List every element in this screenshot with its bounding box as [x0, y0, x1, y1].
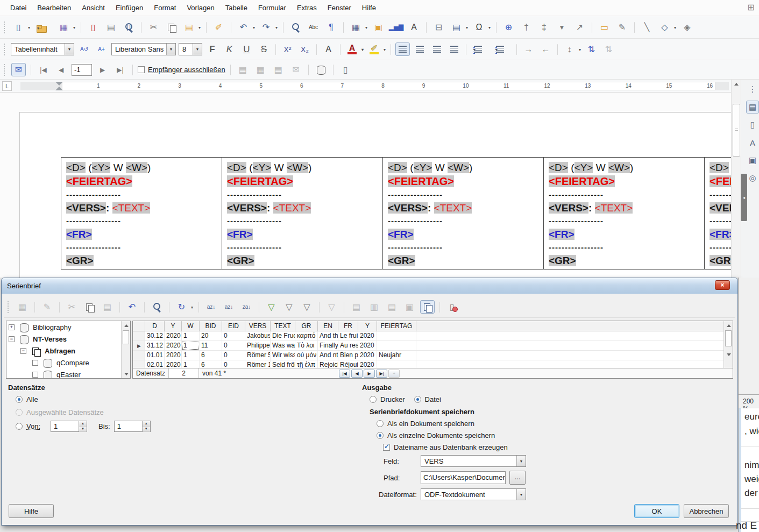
- insert-chart-icon[interactable]: ▂▅▇: [389, 20, 403, 34]
- decrease-indent-icon[interactable]: ←: [538, 42, 553, 56]
- ok-button[interactable]: OK: [634, 504, 679, 518]
- menu-item[interactable]: Ansicht: [77, 2, 110, 14]
- autofilter-icon[interactable]: ▽: [264, 300, 279, 314]
- filename-from-db-option[interactable]: Dateiname aus Datenbank erzeugen: [383, 443, 508, 451]
- from-spinner[interactable]: 1 ▲▼: [51, 421, 87, 432]
- tab-stop-selector[interactable]: L: [2, 81, 12, 91]
- radio-range[interactable]: [16, 423, 23, 430]
- horizontal-ruler[interactable]: 12345678910111213141516 L: [0, 80, 731, 93]
- spinner-arrows-icon[interactable]: ▲▼: [142, 421, 150, 431]
- highlight-color-icon[interactable]: ✐: [367, 42, 381, 56]
- hyperlink-icon[interactable]: ⊕: [501, 20, 516, 34]
- apply-filter-icon[interactable]: ▽: [282, 300, 296, 314]
- page-break-icon[interactable]: ⊟: [431, 20, 446, 34]
- toolbar-grip[interactable]: [4, 44, 6, 55]
- separator[interactable]: [516, 44, 517, 55]
- scrollbar-thumb[interactable]: [123, 330, 129, 344]
- font-name-combo[interactable]: Liberation Sans ▼: [111, 43, 176, 55]
- separator[interactable]: [206, 22, 207, 33]
- current-record-field[interactable]: 2: [169, 368, 199, 378]
- record-number-input[interactable]: [72, 64, 92, 76]
- exclude-recipient-checkbox[interactable]: [138, 66, 145, 73]
- tree-item[interactable]: qCompare: [6, 357, 130, 368]
- sort-ascending-icon[interactable]: az↓: [222, 300, 236, 314]
- line-spacing-icon[interactable]: ↕: [562, 42, 577, 56]
- paste-icon[interactable]: ▤: [100, 300, 115, 314]
- chevron-down-icon[interactable]: ▼: [516, 456, 526, 466]
- separator[interactable]: [34, 302, 35, 313]
- column-header[interactable]: EID: [222, 321, 245, 331]
- last-record-button[interactable]: ▶|: [376, 370, 387, 378]
- draw-functions-icon[interactable]: ◈: [680, 20, 694, 34]
- separator[interactable]: [283, 22, 283, 33]
- menu-item[interactable]: Extras: [292, 2, 322, 14]
- print-preview-icon[interactable]: ▯: [122, 20, 136, 34]
- footnote-icon[interactable]: †: [519, 20, 534, 34]
- close-icon[interactable]: ×: [715, 280, 730, 290]
- sidebar-properties-icon[interactable]: ▤: [746, 101, 759, 114]
- mail-merge-icon[interactable]: ▤: [385, 300, 399, 314]
- explorer-toggle-icon[interactable]: [420, 300, 435, 314]
- tree-expander-icon[interactable]: [32, 372, 38, 378]
- vertical-scrollbar[interactable]: [731, 80, 741, 278]
- chevron-down-icon[interactable]: ▼: [516, 489, 526, 500]
- export-pdf-icon[interactable]: ▯: [86, 20, 101, 34]
- cut-icon[interactable]: ✂: [146, 20, 161, 34]
- path-input[interactable]: C:\Users\Kasper\Documents: [421, 471, 506, 484]
- indent-marker-bottom[interactable]: [55, 87, 63, 90]
- undo-icon[interactable]: ↶: [125, 300, 139, 314]
- save-single-option[interactable]: Als ein Dokument speichern: [377, 420, 474, 428]
- separator[interactable]: [496, 22, 496, 33]
- grid-icon[interactable]: ⊞: [745, 2, 757, 14]
- tree-expander-icon[interactable]: +: [9, 324, 15, 330]
- column-header[interactable]: TEXT: [271, 321, 295, 331]
- print-merged-documents-icon[interactable]: ▤: [271, 63, 286, 76]
- tree-expander-icon[interactable]: −: [9, 336, 15, 342]
- column-header[interactable]: W: [182, 321, 200, 331]
- separator[interactable]: [230, 65, 231, 75]
- separator[interactable]: [557, 44, 558, 55]
- chevron-down-icon[interactable]: ▼: [193, 44, 202, 55]
- cross-reference-icon[interactable]: ↗: [572, 20, 587, 34]
- separator[interactable]: [308, 65, 309, 75]
- separator[interactable]: [198, 302, 199, 313]
- dialog-titlebar[interactable]: Serienbrief: [2, 278, 737, 294]
- email-merged-documents-icon[interactable]: ✉: [289, 63, 303, 76]
- help-button[interactable]: Hilfe: [9, 504, 54, 518]
- underline-icon[interactable]: U: [239, 42, 254, 56]
- format-combo[interactable]: ODF-Textdokument ▼: [421, 488, 526, 500]
- sidebar-page-icon[interactable]: ▯: [746, 118, 759, 131]
- menu-item[interactable]: Einfügen: [111, 2, 148, 14]
- separator[interactable]: [634, 22, 635, 33]
- table-row[interactable]: 30.12 2020 1 20 0 Jakobus Die Frucl καρπ…: [133, 331, 733, 341]
- special-character-icon[interactable]: Ω: [472, 20, 486, 34]
- scroll-up-icon[interactable]: [122, 321, 131, 330]
- numbered-list-icon[interactable]: [493, 42, 507, 56]
- radio-file[interactable]: [414, 396, 421, 403]
- data-source-icon[interactable]: [314, 63, 328, 76]
- table-row[interactable]: ▶ 31.12 2020 1 11 0 Philipper Was wah Τὸ…: [133, 341, 733, 351]
- menu-item[interactable]: Datei: [5, 2, 31, 14]
- tree-item[interactable]: qEaster: [6, 368, 130, 379]
- separator[interactable]: [466, 44, 466, 55]
- separator[interactable]: [141, 22, 141, 33]
- data-to-text-icon[interactable]: ▤: [349, 300, 364, 314]
- separator[interactable]: [426, 22, 427, 33]
- cancel-button[interactable]: Abbrechen: [684, 504, 729, 518]
- align-justify-icon[interactable]: [447, 42, 462, 56]
- menu-item[interactable]: Vorlagen: [182, 2, 219, 14]
- open-icon[interactable]: [34, 20, 48, 34]
- find-replace-icon[interactable]: [288, 20, 303, 34]
- sidebar-navigator-icon[interactable]: ◎: [746, 172, 759, 185]
- radio-all[interactable]: [16, 396, 23, 403]
- records-range-option[interactable]: Von: 1 ▲▼ Bis: 1 ▲▼: [16, 421, 151, 432]
- separator[interactable]: [231, 22, 231, 33]
- menu-item[interactable]: Bearbeiten: [32, 2, 76, 14]
- insert-textbox-icon[interactable]: A: [407, 20, 421, 34]
- separator[interactable]: [169, 302, 169, 313]
- first-record-icon[interactable]: |◀: [36, 63, 51, 76]
- tree-expander-icon[interactable]: [32, 360, 38, 366]
- spell-check-icon[interactable]: Abc: [306, 20, 321, 34]
- table-row[interactable]: 01.01 2020 1 6 0 Römer 5, Wir wissi οὐ μ…: [133, 351, 733, 360]
- data-source-tree[interactable]: + Bibliography − NT-Verses − Abfragen: [6, 321, 131, 379]
